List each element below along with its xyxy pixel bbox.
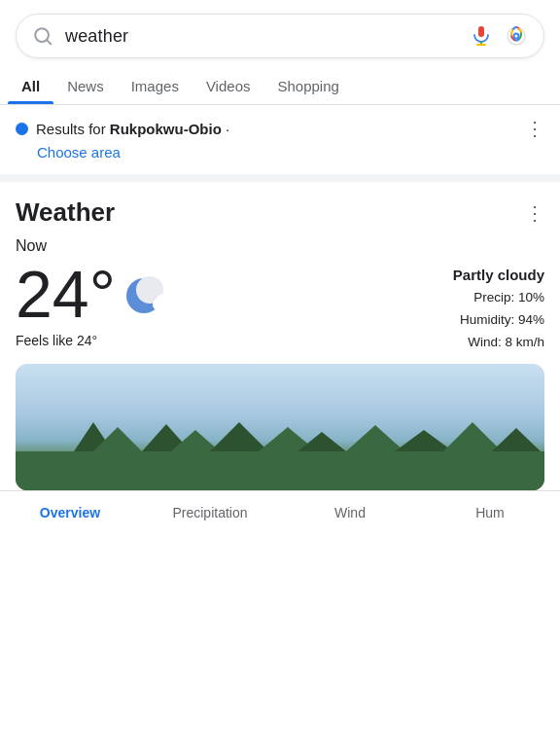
- search-tabs: All News Images Videos Shopping: [0, 68, 560, 105]
- svg-rect-2: [478, 26, 484, 37]
- results-for-prefix: Results for: [36, 121, 110, 137]
- search-bar-container: weather: [0, 0, 560, 68]
- section-divider: [0, 174, 560, 182]
- weather-precip: Precip: 10%: [453, 287, 544, 309]
- weather-header: Weather ⋮: [16, 197, 544, 228]
- cloud-icon: [151, 285, 193, 314]
- svg-rect-13: [16, 451, 544, 490]
- svg-marker-23: [443, 422, 502, 451]
- search-query: weather: [65, 26, 458, 47]
- location-more-icon[interactable]: ⋮: [525, 117, 544, 140]
- location-bar: Results for Rukpokwu-Obio · ⋮: [0, 105, 560, 144]
- bottom-tab-wind[interactable]: Wind: [280, 505, 420, 520]
- bottom-tab-precipitation[interactable]: Precipitation: [140, 505, 280, 520]
- search-icon: [32, 25, 53, 47]
- google-lens-icon[interactable]: [505, 24, 528, 48]
- weather-wind: Wind: 8 km/h: [453, 332, 544, 354]
- location-dot-icon: [16, 123, 28, 135]
- tab-all[interactable]: All: [8, 68, 53, 104]
- svg-line-1: [47, 40, 51, 44]
- weather-condition-icon: [123, 275, 193, 316]
- location-name: Rukpokwu-Obio: [110, 121, 222, 137]
- svg-marker-21: [346, 425, 404, 451]
- weather-temp-icon-row: 24°: [16, 261, 193, 327]
- weather-scene-image: [16, 364, 544, 490]
- tab-shopping[interactable]: Shopping: [263, 68, 352, 104]
- weather-scene-svg: [16, 422, 544, 490]
- tab-videos[interactable]: Videos: [192, 68, 264, 104]
- weather-right: Partly cloudy Precip: 10% Humidity: 94% …: [453, 261, 544, 354]
- svg-marker-22: [395, 430, 453, 451]
- weather-humidity: Humidity: 94%: [453, 309, 544, 332]
- svg-point-6: [515, 35, 518, 38]
- bottom-tab-humidity[interactable]: Hum: [420, 505, 560, 520]
- weather-more-icon[interactable]: ⋮: [525, 201, 544, 225]
- search-bar[interactable]: weather: [16, 14, 544, 58]
- weather-now-label: Now: [16, 237, 544, 255]
- weather-main-row: 24° Feels like 24°: [16, 261, 544, 354]
- svg-marker-24: [492, 428, 541, 451]
- location-text: Results for Rukpokwu-Obio ·: [36, 121, 517, 137]
- weather-condition-label: Partly cloudy: [453, 267, 544, 283]
- svg-marker-18: [210, 422, 268, 451]
- svg-point-12: [153, 295, 192, 314]
- mic-icon[interactable]: [470, 24, 493, 48]
- weather-left: 24° Feels like 24°: [16, 261, 193, 348]
- tab-images[interactable]: Images: [118, 68, 192, 104]
- choose-area-link[interactable]: Choose area: [0, 144, 560, 174]
- weather-card: Weather ⋮ Now 24°: [0, 182, 560, 490]
- bottom-tab-overview[interactable]: Overview: [0, 505, 140, 520]
- weather-title: Weather: [16, 197, 115, 228]
- weather-temperature: 24°: [16, 261, 116, 327]
- weather-bottom-tabs: Overview Precipitation Wind Hum: [0, 490, 560, 530]
- feels-like-text: Feels like 24°: [16, 333, 193, 348]
- tab-news[interactable]: News: [53, 68, 118, 104]
